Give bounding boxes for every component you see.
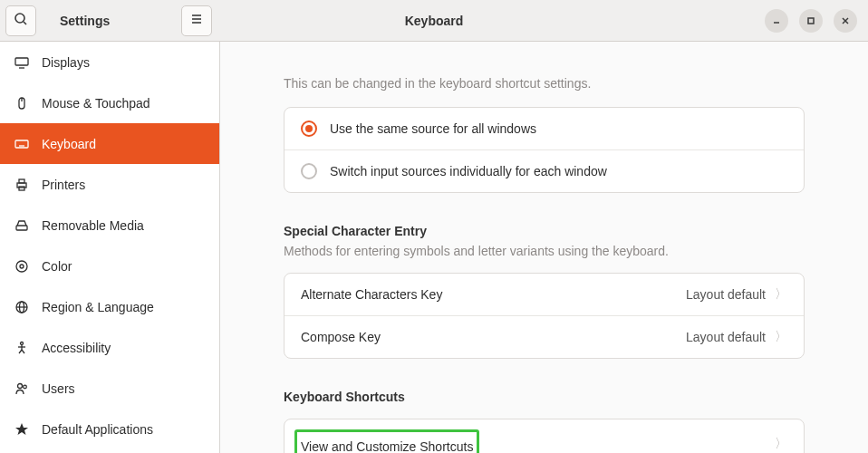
svg-rect-21	[16, 226, 27, 230]
mouse-icon	[14, 96, 29, 111]
radio-same-source[interactable]: Use the same source for all windows	[285, 108, 804, 150]
radio-icon	[301, 163, 317, 179]
users-icon	[14, 381, 29, 396]
minimize-button[interactable]	[765, 9, 788, 33]
svg-point-0	[15, 14, 24, 23]
close-button[interactable]	[834, 9, 857, 33]
search-button[interactable]	[5, 5, 36, 36]
sidebar-item-keyboard[interactable]: Keyboard	[0, 123, 219, 164]
row-label: View and Customize Shortcuts	[294, 429, 479, 453]
main-panel: This can be changed in the keyboard shor…	[220, 42, 868, 453]
star-icon	[14, 422, 29, 437]
menu-button[interactable]	[181, 5, 212, 36]
sidebar-item-removable[interactable]: Removable Media	[0, 205, 219, 246]
svg-point-33	[24, 385, 27, 389]
svg-rect-20	[19, 187, 24, 190]
section-title-special: Special Character Entry	[284, 224, 805, 238]
app-title: Settings	[60, 14, 110, 28]
input-source-options: Use the same source for all windows Swit…	[284, 107, 805, 193]
sidebar-item-label: Accessibility	[42, 341, 111, 355]
svg-point-23	[20, 265, 24, 268]
section-title-shortcuts: Keyboard Shortcuts	[284, 390, 805, 404]
svg-point-22	[16, 261, 27, 272]
sidebar-item-displays[interactable]: Displays	[0, 42, 219, 82]
chevron-right-icon: 〉	[775, 286, 787, 303]
color-icon	[14, 259, 29, 274]
keyboard-icon	[14, 137, 29, 151]
section-subtitle-special: Methods for entering symbols and letter …	[284, 244, 805, 258]
hint-text: This can be changed in the keyboard shor…	[284, 76, 805, 91]
svg-line-31	[22, 350, 24, 353]
printer-icon	[14, 178, 29, 192]
special-character-options: Alternate Characters Key Layout default …	[284, 273, 805, 359]
row-alt-characters[interactable]: Alternate Characters Key Layout default …	[285, 274, 804, 316]
search-icon	[14, 12, 28, 29]
svg-point-32	[18, 383, 23, 388]
globe-icon	[14, 300, 29, 314]
row-label: Compose Key	[301, 330, 686, 344]
accessibility-icon	[14, 341, 29, 355]
sidebar-item-accessibility[interactable]: Accessibility	[0, 327, 219, 368]
radio-individual-source[interactable]: Switch input sources individually for ea…	[285, 150, 804, 192]
row-value: Layout default	[686, 287, 766, 302]
maximize-button[interactable]	[799, 9, 823, 33]
maximize-icon	[806, 14, 815, 28]
sidebar-item-color[interactable]: Color	[0, 246, 219, 286]
sidebar: Displays Mouse & Touchpad Keyboard Print…	[0, 42, 220, 453]
sidebar-item-label: Printers	[42, 178, 85, 192]
radio-label: Switch input sources individually for ea…	[330, 164, 607, 178]
minimize-icon	[772, 14, 781, 28]
svg-point-27	[21, 342, 24, 344]
sidebar-item-label: Mouse & Touchpad	[42, 96, 150, 111]
shortcuts-options: View and Customize Shortcuts 〉	[284, 419, 805, 453]
svg-line-30	[19, 350, 22, 353]
row-view-shortcuts[interactable]: View and Customize Shortcuts 〉	[285, 419, 804, 453]
sidebar-item-label: Default Applications	[42, 422, 153, 437]
drive-icon	[14, 218, 29, 233]
svg-line-1	[24, 22, 26, 24]
display-icon	[14, 55, 29, 70]
row-label: Alternate Characters Key	[301, 287, 686, 302]
sidebar-item-region[interactable]: Region & Language	[0, 286, 219, 327]
titlebar: Settings Keyboard	[0, 0, 868, 42]
radio-icon	[301, 120, 317, 137]
sidebar-item-label: Region & Language	[42, 300, 154, 314]
sidebar-item-users[interactable]: Users	[0, 368, 219, 409]
close-icon	[841, 14, 850, 28]
sidebar-item-mouse[interactable]: Mouse & Touchpad	[0, 82, 219, 123]
chevron-right-icon: 〉	[775, 436, 787, 452]
svg-rect-9	[15, 58, 28, 65]
radio-label: Use the same source for all windows	[330, 121, 536, 136]
svg-rect-6	[808, 18, 814, 24]
sidebar-item-printers[interactable]: Printers	[0, 164, 219, 205]
sidebar-item-label: Displays	[42, 55, 90, 70]
sidebar-item-label: Keyboard	[42, 137, 96, 151]
chevron-right-icon: 〉	[775, 329, 787, 345]
sidebar-item-label: Color	[42, 259, 72, 274]
svg-rect-13	[15, 140, 28, 148]
sidebar-item-label: Removable Media	[42, 218, 144, 233]
sidebar-item-default-apps[interactable]: Default Applications	[0, 409, 219, 449]
svg-rect-19	[19, 179, 24, 183]
sidebar-item-label: Users	[42, 381, 75, 396]
hamburger-icon	[189, 12, 204, 29]
row-value: Layout default	[686, 330, 766, 344]
page-title: Keyboard	[405, 14, 464, 28]
row-compose-key[interactable]: Compose Key Layout default 〉	[285, 316, 804, 358]
